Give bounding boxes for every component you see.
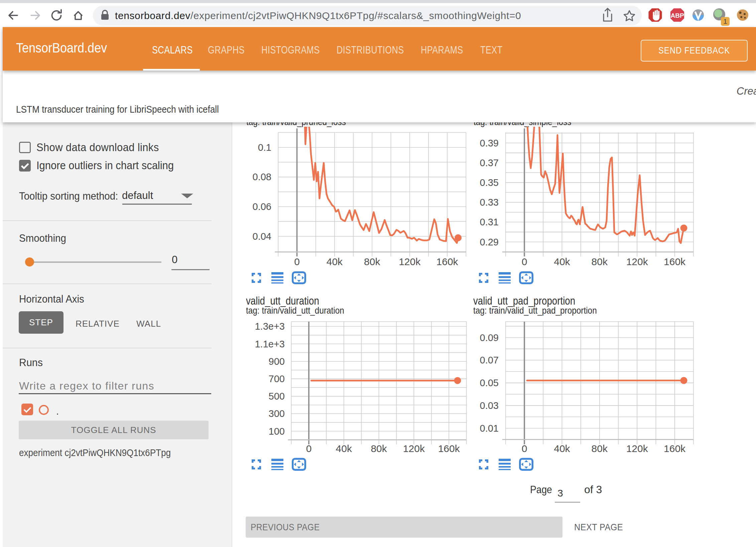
svg-text:120k: 120k (403, 443, 425, 454)
svg-text:120k: 120k (399, 256, 421, 267)
svg-text:40k: 40k (554, 443, 570, 454)
svg-text:0.33: 0.33 (480, 197, 499, 208)
svg-text:120k: 120k (626, 443, 648, 454)
svg-text:0.04: 0.04 (253, 231, 271, 242)
svg-text:0: 0 (522, 256, 527, 267)
svg-text:40k: 40k (327, 256, 343, 267)
svg-text:160k: 160k (664, 256, 686, 267)
svg-text:1.3e+3: 1.3e+3 (255, 321, 285, 332)
svg-text:0.08: 0.08 (253, 172, 271, 182)
svg-text:700: 700 (269, 373, 285, 384)
svg-text:0.01: 0.01 (480, 423, 499, 434)
svg-text:500: 500 (269, 391, 285, 402)
svg-text:0.35: 0.35 (480, 177, 499, 188)
svg-text:0.31: 0.31 (480, 217, 499, 227)
svg-text:0.06: 0.06 (253, 201, 271, 212)
svg-text:0.37: 0.37 (480, 157, 499, 168)
svg-text:160k: 160k (438, 443, 460, 454)
svg-text:160k: 160k (664, 443, 686, 454)
svg-text:0: 0 (294, 256, 300, 267)
svg-text:1.1e+3: 1.1e+3 (255, 339, 285, 349)
svg-text:0.09: 0.09 (480, 332, 499, 343)
svg-text:40k: 40k (336, 443, 352, 454)
svg-text:120k: 120k (626, 256, 648, 267)
svg-text:900: 900 (269, 356, 285, 367)
svg-text:300: 300 (269, 408, 285, 419)
svg-text:0: 0 (522, 443, 527, 454)
svg-text:0.39: 0.39 (480, 138, 499, 148)
svg-text:0.03: 0.03 (480, 400, 499, 411)
svg-text:0.07: 0.07 (480, 355, 499, 365)
svg-text:100: 100 (269, 426, 285, 437)
svg-text:40k: 40k (554, 256, 570, 267)
svg-text:160k: 160k (436, 256, 459, 267)
svg-text:80k: 80k (592, 443, 608, 454)
svg-text:0.1: 0.1 (258, 142, 271, 153)
svg-text:80k: 80k (371, 443, 387, 454)
svg-text:80k: 80k (364, 256, 380, 267)
svg-text:0: 0 (306, 443, 312, 454)
svg-text:80k: 80k (592, 256, 608, 267)
svg-text:0.29: 0.29 (480, 237, 499, 247)
svg-text:0.05: 0.05 (480, 377, 499, 388)
